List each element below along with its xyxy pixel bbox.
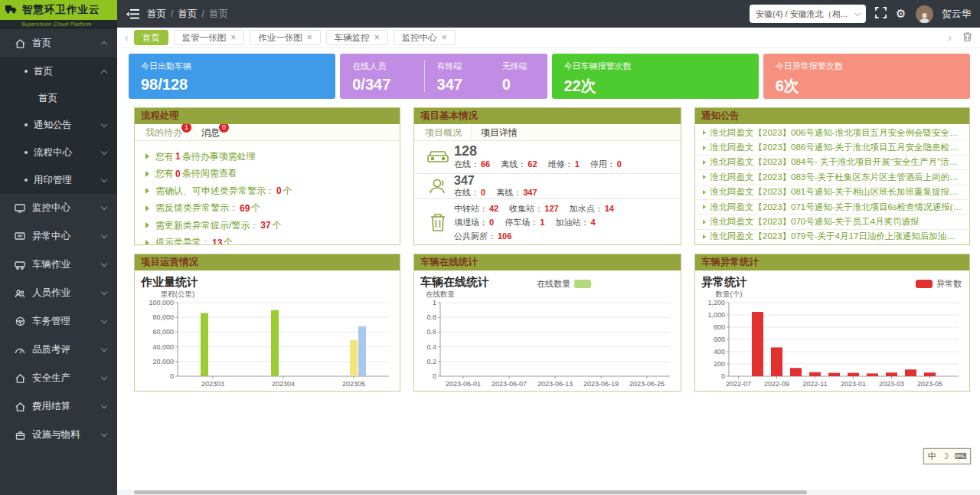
avatar[interactable] xyxy=(916,5,933,23)
list-item[interactable]: 提示类异常：13个 xyxy=(145,234,389,245)
tabs-scroll-right-icon[interactable]: › xyxy=(948,32,952,43)
tab-operation-map[interactable]: 作业一张图 × xyxy=(250,30,321,45)
bullet-icon xyxy=(24,70,28,73)
sidebar-item-safety-production[interactable]: 安全生产 xyxy=(0,364,117,392)
chevron-down-icon xyxy=(101,232,107,238)
chevron-down-icon xyxy=(101,402,107,408)
list-item[interactable]: 您有0条待阅需查看 xyxy=(145,166,389,183)
svg-text:2023-06-07: 2023-06-07 xyxy=(492,380,527,388)
sidebar-item-fleet-management[interactable]: 车务管理 xyxy=(0,307,117,336)
ime-keyboard-icon[interactable]: ⌨ xyxy=(954,451,966,461)
arrow-right-icon xyxy=(145,222,149,228)
tab-vehicle-monitor[interactable]: 车辆监控 × xyxy=(326,30,388,45)
tab-supervision-map[interactable]: 监管一张图 × xyxy=(174,30,245,45)
chevron-down-icon xyxy=(101,289,107,295)
process-list: 您有1条待办事项需处理 您有0条待阅需查看 需确认、可申述类异常警示：0个 需反… xyxy=(135,141,400,244)
view-tab-bar: ‹ 首页 监管一张图 × 作业一张图 × 车辆监控 × 监控中心 × › xyxy=(117,28,980,48)
steering-wheel-icon xyxy=(14,316,26,326)
chart-title: 作业量统计 xyxy=(141,275,198,290)
arrow-right-icon xyxy=(145,153,149,159)
list-item[interactable]: 需反馈类异常警示：69个 xyxy=(145,200,389,218)
list-item[interactable]: 淮北同盈文【2023】086号通知-关于淮北项目五月安全隐患检查情况通告 xyxy=(695,140,969,155)
legend-swatch xyxy=(916,280,933,288)
svg-text:1,200: 1,200 xyxy=(707,299,725,307)
chart-legend[interactable]: 在线数量 xyxy=(537,278,591,290)
fullscreen-icon[interactable] xyxy=(875,7,887,21)
list-item[interactable]: 淮北同盈文【2023】083号-关于杜集区东片区主管酒后上岗的处罚通告 xyxy=(695,170,969,185)
sidebar-item-monitor-center[interactable]: 监控中心 xyxy=(0,194,117,222)
close-icon[interactable]: × xyxy=(307,33,312,42)
svg-text:2023-06-01: 2023-06-01 xyxy=(446,380,481,388)
sidebar-item-process-center[interactable]: 流程中心 xyxy=(0,139,117,166)
region-select[interactable]: 安徽(4) / 安徽淮北（相... xyxy=(750,5,866,23)
arrow-right-icon xyxy=(703,160,706,165)
arrow-right-icon xyxy=(703,130,706,135)
username[interactable]: 贺云华 xyxy=(942,8,972,21)
arrow-right-icon xyxy=(145,171,149,177)
sidebar-item-home-l2[interactable]: 首页 xyxy=(0,57,117,85)
ime-punctuation-icon[interactable]: ☽ xyxy=(942,451,949,461)
trash-icon[interactable] xyxy=(962,31,972,44)
list-item[interactable]: 淮北同盈文【2023】006号通知-淮北项目五月安全例会暨安全生产月启动会… xyxy=(695,126,969,140)
list-item[interactable]: 淮北同盈文【2023】079号-关于4月17日油价上涨通知后加油情况通报 xyxy=(695,230,969,244)
list-item[interactable]: 淮北同盈文【2023】084号- 关于淮北项目开展“安全生产月”活动的通知 xyxy=(695,156,969,170)
list-item[interactable]: 需更新类异常提示/警示：37个 xyxy=(145,217,389,234)
tab-messages[interactable]: 消息 0 xyxy=(192,124,229,140)
sidebar-item-exception-center[interactable]: 异常中心 xyxy=(0,222,117,251)
tabs-scroll-left-icon[interactable]: ‹ xyxy=(125,32,129,43)
app-subtitle: Supervision Cloud Platform xyxy=(0,20,117,29)
list-item[interactable]: 淮北同盈文【2023】070号通知-关于员工4月奖罚通报 xyxy=(695,215,969,229)
tab-project-details[interactable]: 项目详情 xyxy=(472,124,527,140)
sidebar-item-facilities-materials[interactable]: 设施与物料 xyxy=(0,421,117,449)
svg-text:1: 1 xyxy=(433,299,436,307)
svg-text:202304: 202304 xyxy=(272,380,295,388)
close-icon[interactable]: × xyxy=(230,33,236,42)
close-icon[interactable]: × xyxy=(442,33,447,42)
list-item[interactable]: 淮北同盈文【2023】071号通知-关于淮北项目6s检查情况通报(2)(2) xyxy=(695,200,969,215)
horizontal-scrollbar[interactable] xyxy=(117,490,980,495)
panel-title: 车辆在线统计 xyxy=(414,254,681,270)
sidebar-collapse-icon[interactable] xyxy=(126,9,139,19)
chart-legend[interactable]: 异常数 xyxy=(916,278,962,290)
close-icon[interactable]: × xyxy=(374,33,380,42)
sidebar-item-cost-settlement[interactable]: 费用结算 xyxy=(0,392,117,421)
people-group-icon xyxy=(422,178,454,195)
svg-text:2022-11: 2022-11 xyxy=(802,380,827,388)
ime-language-icon[interactable]: 中 xyxy=(928,451,936,462)
svg-text:0: 0 xyxy=(433,372,436,380)
tab-my-todo[interactable]: 我的待办 1 xyxy=(136,124,192,140)
sidebar-item-seal-management[interactable]: 用印管理 xyxy=(0,166,117,194)
panels-row-2: 项目运营情况 作业量统计 里程(公里)020,00040,00060,00080… xyxy=(134,254,970,392)
sidebar-item-quality-review[interactable]: 品质考评 xyxy=(0,336,117,364)
list-item[interactable]: 您有1条待办事项需处理 xyxy=(145,148,389,166)
gauge-icon xyxy=(14,346,26,355)
breadcrumb-level2[interactable]: 首页 xyxy=(178,8,197,21)
sidebar-item-home-root[interactable]: 首页 xyxy=(0,29,117,57)
personnel-total: 347 xyxy=(454,175,546,187)
sidebar-menu: 首页 首页 首页 通知公告 流程中心 xyxy=(0,29,117,495)
facility-line-1: 中转站：42 收集站：127 加水点：14 xyxy=(454,202,622,215)
list-item[interactable]: 淮北同盈文【2023】081号通知-关于相山区班长加班重复提报的通报 xyxy=(695,185,969,200)
breadcrumb: 首页 / 首页 / 首页 xyxy=(147,8,228,21)
sidebar-item-notices[interactable]: 通知公告 xyxy=(0,111,117,139)
truck-icon xyxy=(14,261,26,270)
bullet-icon xyxy=(24,151,28,154)
svg-text:40,000: 40,000 xyxy=(152,343,174,351)
scrollbar-thumb[interactable] xyxy=(134,490,807,494)
panel-vehicle-abnormal: 车辆异常统计 异常统计 异常数 数量(个)02004006008001,0001… xyxy=(694,254,970,392)
sidebar-item-personnel-work[interactable]: 人员作业 xyxy=(0,279,117,307)
tab-home[interactable]: 首页 xyxy=(134,30,168,45)
chevron-down-icon xyxy=(101,261,107,267)
list-item[interactable]: 需确认、可申述类异常警示：0个 xyxy=(145,182,389,200)
chevron-down-icon xyxy=(101,120,107,126)
tab-project-overview[interactable]: 项目概况 xyxy=(416,124,472,140)
trash-bin-icon xyxy=(422,212,454,232)
tab-monitor-center[interactable]: 监控中心 × xyxy=(394,30,456,45)
svg-text:2022-09: 2022-09 xyxy=(764,380,789,388)
breadcrumb-home[interactable]: 首页 xyxy=(147,8,166,21)
sidebar-item-vehicle-work[interactable]: 车辆作业 xyxy=(0,251,117,279)
gear-icon[interactable]: ⚙ xyxy=(896,8,906,20)
chevron-down-icon xyxy=(101,204,107,210)
ime-toolbar[interactable]: 中 ☽ ⌨ xyxy=(923,448,971,464)
sidebar-item-home-l3[interactable]: 首页 xyxy=(0,85,117,111)
